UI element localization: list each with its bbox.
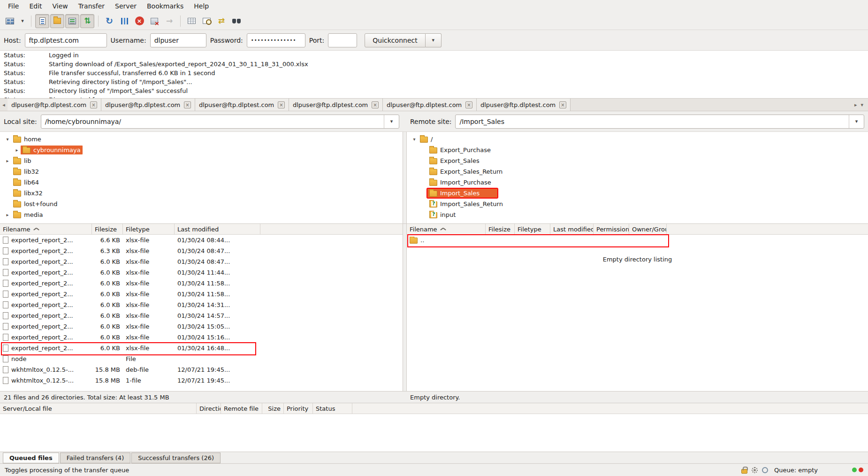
tree-item[interactable]: ? Export_Purchase [407, 145, 868, 155]
menu-item[interactable]: Server [110, 1, 142, 11]
file-row[interactable]: exported_report_2... 6.0 KB xlsx-file 01… [0, 321, 403, 332]
filter-button[interactable] [184, 14, 198, 28]
column-header-filesize[interactable]: Filesize [486, 224, 515, 234]
quickconnect-dropdown[interactable]: ▾ [426, 33, 442, 47]
compare-button[interactable] [199, 14, 213, 28]
expander-icon[interactable]: ▸ [13, 147, 21, 153]
process-queue-button[interactable] [117, 14, 131, 28]
column-header-permission[interactable]: Permission [594, 224, 629, 234]
site-manager-button[interactable] [3, 14, 17, 28]
menu-item[interactable]: Edit [24, 1, 47, 11]
tree-item[interactable]: ? lib64 [0, 177, 403, 188]
tab-scroll-left-icon[interactable]: ◂ [0, 99, 8, 111]
toggle-message-log-button[interactable] [35, 14, 49, 28]
pane-splitter[interactable] [403, 224, 406, 391]
queue-tab[interactable]: Failed transfers (4) [60, 453, 131, 463]
file-row[interactable]: exported_report_2... 6.0 KB xlsx-file 01… [0, 343, 403, 353]
file-row[interactable]: exported_report_2... 6.3 KB xlsx-file 01… [0, 246, 403, 256]
host-input[interactable] [25, 33, 107, 47]
chevron-down-icon[interactable]: ▾ [384, 115, 399, 128]
tree-item[interactable]: ▾ ? / [407, 134, 868, 145]
sync-browsing-button[interactable]: ⇄ [214, 14, 228, 28]
reconnect-button[interactable]: → [162, 14, 176, 28]
refresh-button[interactable]: ↻ [102, 14, 116, 28]
tree-item[interactable]: ? Export_Sales [407, 155, 868, 166]
menu-item[interactable]: View [47, 1, 73, 11]
file-row[interactable]: exported_report_2... 6.0 KB xlsx-file 01… [0, 278, 403, 289]
column-header-filename[interactable]: Filename [0, 224, 92, 234]
session-tab[interactable]: dlpuser@ftp.dlptest.com × [8, 99, 101, 111]
pane-splitter[interactable] [403, 132, 406, 223]
tab-list-dropdown-icon[interactable]: ▾ [860, 102, 863, 108]
column-header-filesize[interactable]: Filesize [92, 224, 123, 234]
column-header-owner-group[interactable]: Owner/Grou [629, 224, 667, 234]
column-header-server-local-file[interactable]: Server/Local file [0, 403, 197, 414]
username-input[interactable] [150, 33, 206, 47]
chevron-down-icon[interactable]: ▾ [849, 115, 864, 128]
lock-icon[interactable] [741, 469, 747, 474]
session-tab[interactable]: dlpuser@ftp.dlptest.com × [477, 99, 571, 111]
port-input[interactable] [328, 33, 357, 47]
tree-item[interactable]: ? Import_Sales [407, 188, 868, 199]
file-row[interactable]: wkhtmltox_0.12.5-... 15.8 MB deb-file 12… [0, 364, 403, 375]
expander-icon[interactable]: ▸ [4, 212, 11, 217]
file-row[interactable]: exported_report_2... 6.0 KB xlsx-file 01… [0, 267, 403, 278]
tree-item[interactable]: ? Export_Sales_Return [407, 166, 868, 177]
toggle-local-tree-button[interactable] [50, 14, 64, 28]
column-header-last-modified[interactable]: Last modified [550, 224, 594, 234]
tree-item[interactable]: ▸ ? lib [0, 155, 403, 166]
close-icon[interactable]: × [559, 101, 566, 108]
column-header-direction[interactable]: Directio [197, 403, 221, 414]
disconnect-button[interactable]: × [147, 14, 161, 28]
queue-tab[interactable]: Successful transfers (26) [131, 453, 221, 463]
column-header-filetype[interactable]: Filetype [123, 224, 175, 234]
column-header-size[interactable]: Size [262, 403, 284, 414]
pane-splitter[interactable] [403, 111, 406, 131]
expander-icon[interactable]: ▾ [411, 137, 418, 142]
tree-item[interactable]: ? input [407, 209, 868, 220]
local-site-combo[interactable]: /home/cybrounnimaya/ ▾ [41, 115, 399, 129]
close-icon[interactable]: × [278, 101, 285, 108]
close-icon[interactable]: × [372, 101, 379, 108]
column-header-last-modified[interactable]: Last modified [175, 224, 260, 234]
menu-item[interactable]: Help [189, 1, 214, 11]
column-header-status[interactable]: Status [313, 403, 352, 414]
cancel-button[interactable]: × [132, 14, 146, 28]
tree-item[interactable]: ▸ ? media [0, 209, 403, 220]
file-row[interactable]: exported_report_2... 6.0 KB xlsx-file 01… [0, 299, 403, 310]
session-tab[interactable]: dlpuser@ftp.dlptest.com × [195, 99, 289, 111]
tree-item[interactable]: ▸ ? cybrounnimaya [0, 145, 403, 155]
file-row[interactable]: exported_report_2... 6.0 KB xlsx-file 01… [0, 310, 403, 321]
toggle-queue-button[interactable]: ⇅ [80, 14, 94, 28]
password-input[interactable] [247, 33, 305, 47]
tree-item[interactable]: ? lost+found [0, 199, 403, 209]
close-icon[interactable]: × [184, 101, 191, 108]
gear-icon[interactable] [752, 467, 758, 473]
expander-icon[interactable]: ▸ [4, 158, 11, 163]
tab-scroll-right-icon[interactable]: ▸ [854, 102, 857, 108]
column-header-filename[interactable]: Filename [407, 224, 486, 234]
quickconnect-button[interactable]: Quickconnect [365, 33, 425, 47]
tree-item[interactable]: ? libx32 [0, 188, 403, 199]
column-header-priority[interactable]: Priority [284, 403, 313, 414]
site-manager-dropdown[interactable]: ▾ [18, 14, 27, 28]
tree-item[interactable]: ▾ ? home [0, 134, 403, 145]
close-icon[interactable]: × [90, 101, 97, 108]
column-header-remote-file[interactable]: Remote file [221, 403, 262, 414]
file-row[interactable]: node File [0, 353, 403, 364]
session-tab[interactable]: dlpuser@ftp.dlptest.com × [383, 99, 477, 111]
column-header-filetype[interactable]: Filetype [515, 224, 550, 234]
file-row[interactable]: .. [407, 235, 868, 246]
session-tab[interactable]: dlpuser@ftp.dlptest.com × [101, 99, 195, 111]
tree-item[interactable]: ? Import_Purchase [407, 177, 868, 188]
toggle-remote-tree-button[interactable] [65, 14, 79, 28]
file-row[interactable]: exported_report_2... 6.6 KB xlsx-file 01… [0, 235, 403, 246]
file-row[interactable]: exported_report_2... 6.0 KB xlsx-file 01… [0, 332, 403, 343]
file-row[interactable]: exported_report_2... 6.0 KB xlsx-file 01… [0, 256, 403, 267]
session-tab[interactable]: dlpuser@ftp.dlptest.com × [289, 99, 383, 111]
file-row[interactable]: exported_report_2... 6.0 KB xlsx-file 01… [0, 289, 403, 299]
tree-item[interactable]: ? Import_Sales_Return [407, 199, 868, 209]
file-row[interactable]: wkhtmltox_0.12.5-... 15.8 MB 1-file 12/0… [0, 375, 403, 386]
remote-site-combo[interactable]: /Import_Sales ▾ [455, 115, 864, 129]
tree-item[interactable]: ? lib32 [0, 166, 403, 177]
